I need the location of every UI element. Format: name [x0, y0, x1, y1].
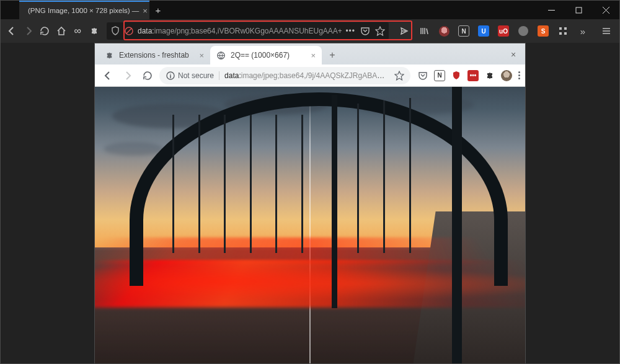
chrome-tab-title: Extensions - freshtab: [119, 51, 189, 60]
info-icon: [166, 71, 175, 81]
chrome-reload-button[interactable]: [140, 68, 156, 84]
chrome-back-button[interactable]: [100, 68, 116, 84]
bridge-sunset-image: [95, 87, 525, 363]
chrome-content-viewport: [95, 87, 525, 363]
page-actions-ellipsis-icon[interactable]: •••: [345, 27, 355, 35]
chrome-bookmark-star-icon[interactable]: [394, 71, 404, 81]
infinity-icon[interactable]: ∞: [70, 22, 86, 40]
firefox-url-bar[interactable]: data:image/png;base64,iVBORw0KGgoAAAANSU…: [107, 22, 389, 40]
firefox-url-text: data:image/png;base64,iVBORw0KGgoAAAANSU…: [138, 27, 342, 35]
chrome-toolbar: Not secure data:image/jpeg;base64,/9j/4A…: [95, 64, 525, 87]
firefox-tab-title: (PNG Image, 1000 × 728 pixels) —: [28, 7, 139, 14]
svg-rect-4: [559, 32, 562, 35]
chrome-tab-image[interactable]: 2Q== (1000×667) ×: [210, 46, 322, 64]
extensions-puzzle-icon[interactable]: [485, 71, 495, 81]
tab-close-icon[interactable]: ×: [199, 51, 204, 60]
chrome-forward-button[interactable]: [120, 68, 136, 84]
firefox-tab[interactable]: (PNG Image, 1000 × 728 pixels) — ×: [19, 1, 149, 19]
security-text: Not secure: [178, 71, 214, 80]
forward-button[interactable]: [21, 22, 37, 40]
window-maximize-button[interactable]: [565, 1, 592, 19]
chrome-new-tab-button[interactable]: +: [324, 47, 340, 63]
chrome-tab-extensions[interactable]: Extensions - freshtab ×: [99, 46, 210, 64]
misc-extension-icon[interactable]: [514, 22, 533, 40]
separator: [219, 71, 219, 80]
firefox-titlebar: (PNG Image, 1000 × 728 pixels) — × +: [1, 1, 619, 19]
site-permission-icon[interactable]: [124, 26, 134, 36]
svg-rect-3: [564, 27, 567, 30]
tab-close-icon[interactable]: ×: [143, 6, 148, 16]
notion-extension-icon[interactable]: N: [434, 70, 445, 81]
reload-button[interactable]: [37, 22, 53, 40]
notion-extension-icon[interactable]: N: [454, 22, 473, 40]
firefox-toolbar: ∞ data:image/png;base64,iVBORw0KGgoAAAAN…: [1, 19, 619, 43]
stylus-extension-icon[interactable]: S: [534, 22, 552, 40]
security-chip[interactable]: Not secure: [166, 71, 214, 81]
overflow-chevron-icon[interactable]: »: [574, 22, 592, 40]
bookmark-star-icon[interactable]: [375, 26, 385, 36]
tracking-protection-icon[interactable]: [110, 26, 120, 36]
window-controls: [538, 1, 619, 19]
account-avatar-icon[interactable]: [435, 22, 453, 40]
addons-puzzle-icon[interactable]: [87, 22, 102, 40]
chrome-menu-button[interactable]: [518, 71, 520, 79]
pocket-icon[interactable]: [360, 26, 370, 36]
firefox-content-area: Extensions - freshtab × 2Q== (1000×667) …: [1, 43, 619, 363]
back-button[interactable]: [4, 22, 20, 40]
firefox-new-tab-button[interactable]: +: [149, 1, 167, 19]
chrome-profile-avatar-icon[interactable]: [501, 70, 512, 81]
send-tab-icon[interactable]: [395, 22, 414, 40]
firefox-menu-button[interactable]: [597, 22, 616, 40]
chrome-url-text: data:image/jpeg;base64,/9j/4AAQSkZJRgABA…: [224, 71, 389, 80]
chrome-url-bar[interactable]: Not secure data:image/jpeg;base64,/9j/4A…: [159, 67, 410, 84]
tab-close-icon[interactable]: ×: [311, 51, 316, 60]
pocket-extension-icon[interactable]: [418, 71, 428, 81]
svg-rect-0: [576, 7, 582, 13]
home-button[interactable]: [54, 22, 69, 40]
window-close-button[interactable]: [592, 1, 619, 19]
grid-extension-icon[interactable]: [554, 22, 572, 40]
library-icon[interactable]: [415, 22, 433, 40]
chrome-tabbar: Extensions - freshtab × 2Q== (1000×667) …: [95, 43, 525, 64]
ublock-shield-icon[interactable]: [451, 71, 461, 81]
bitwarden-extension-icon[interactable]: U: [474, 22, 493, 40]
lastpass-extension-icon[interactable]: •••: [467, 70, 479, 81]
svg-rect-5: [564, 32, 567, 35]
firefox-right-extensions: N U uO S »: [395, 22, 616, 40]
chrome-window: Extensions - freshtab × 2Q== (1000×667) …: [95, 43, 525, 363]
window-minimize-button[interactable]: [538, 1, 565, 19]
svg-rect-2: [559, 27, 562, 30]
ublock-extension-icon[interactable]: uO: [494, 22, 513, 40]
chrome-tab-title: 2Q== (1000×667): [231, 51, 290, 60]
puzzle-icon: [105, 51, 114, 60]
chrome-close-window-button[interactable]: ×: [505, 47, 521, 63]
chrome-right-extensions: N •••: [418, 70, 520, 81]
globe-icon: [216, 51, 226, 60]
